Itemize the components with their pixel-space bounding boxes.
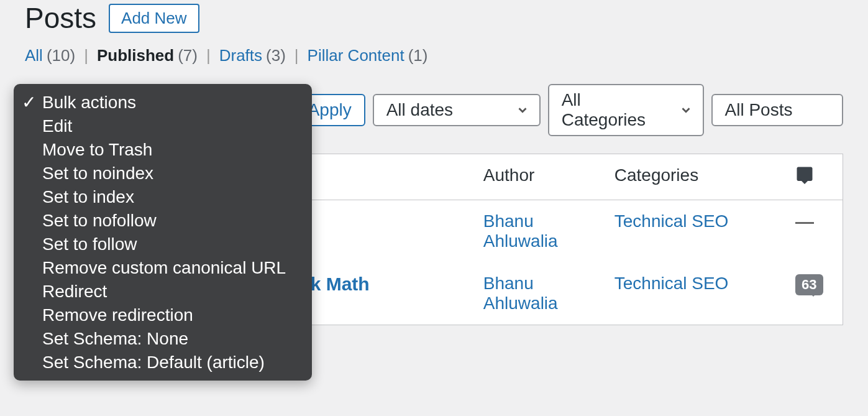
column-categories[interactable]: Categories: [606, 154, 787, 200]
column-author[interactable]: Author: [475, 154, 606, 200]
bulk-action-bulk-actions[interactable]: ✓ Bulk actions: [14, 90, 312, 114]
bulk-action-set-follow[interactable]: Set to follow: [14, 233, 312, 256]
bulk-action-label: Set Schema: None: [42, 329, 188, 349]
bulk-action-label: Move to Trash: [42, 140, 152, 160]
column-comments[interactable]: [787, 154, 843, 200]
filter-pillar[interactable]: Pillar Content: [308, 46, 404, 65]
chevron-down-icon: [516, 103, 529, 117]
filter-all[interactable]: All: [25, 46, 43, 65]
filter-separator: |: [206, 46, 211, 65]
bulk-action-schema-none[interactable]: Set Schema: None: [14, 327, 312, 351]
filter-published-count: (7): [178, 46, 198, 65]
bulk-action-label: Redirect: [42, 282, 107, 302]
bulk-action-label: Remove redirection: [42, 305, 193, 325]
bulk-action-set-nofollow[interactable]: Set to nofollow: [14, 209, 312, 233]
categories-filter-select[interactable]: All Categories: [548, 84, 704, 136]
dates-filter-label: All dates: [386, 100, 453, 120]
bulk-action-label: Bulk actions: [42, 93, 136, 113]
filter-separator: |: [295, 46, 299, 65]
filter-drafts[interactable]: Drafts: [219, 46, 262, 65]
bulk-action-label: Set to nofollow: [42, 211, 157, 231]
bulk-action-edit[interactable]: Edit: [14, 114, 312, 138]
bulk-action-move-to-trash[interactable]: Move to Trash: [14, 138, 312, 162]
category-link[interactable]: Technical SEO: [614, 211, 729, 231]
bulk-action-label: Remove custom canonical URL: [42, 258, 286, 278]
categories-filter-label: All Categories: [562, 90, 660, 130]
category-link[interactable]: Technical SEO: [614, 274, 729, 293]
bulk-action-label: Set to noindex: [42, 164, 153, 183]
posts-filter-select[interactable]: All Posts: [711, 94, 843, 126]
status-filter-links: All (10) | Published (7) | Drafts (3) | …: [25, 46, 843, 65]
comments-count-bubble[interactable]: 63: [795, 274, 823, 295]
posts-filter-label: All Posts: [725, 100, 793, 120]
filter-drafts-count: (3): [266, 46, 286, 65]
bulk-action-schema-default[interactable]: Set Schema: Default (article): [14, 351, 312, 374]
bulk-action-set-noindex[interactable]: Set to noindex: [14, 162, 312, 185]
chevron-down-icon: [679, 103, 693, 117]
filter-all-count: (10): [47, 46, 75, 65]
bulk-action-remove-redirection[interactable]: Remove redirection: [14, 303, 312, 327]
bulk-action-label: Set to follow: [42, 234, 137, 254]
bulk-action-set-index[interactable]: Set to index: [14, 185, 312, 209]
check-icon: ✓: [21, 92, 36, 113]
filter-published[interactable]: Published: [97, 46, 174, 65]
bulk-action-label: Set Schema: Default (article): [42, 353, 265, 372]
bulk-action-label: Set to index: [42, 187, 134, 207]
comment-icon: [795, 165, 814, 184]
dates-filter-select[interactable]: All dates: [373, 94, 541, 126]
page-title: Posts: [25, 1, 96, 35]
filter-separator: |: [84, 46, 88, 65]
bulk-action-remove-canonical[interactable]: Remove custom canonical URL: [14, 256, 312, 280]
filter-pillar-count: (1): [408, 46, 428, 65]
add-new-button[interactable]: Add New: [109, 4, 199, 33]
bulk-action-label: Edit: [42, 116, 72, 136]
author-link[interactable]: Bhanu Ahluwalia: [483, 211, 558, 251]
comments-count: —: [795, 211, 814, 232]
bulk-action-redirect[interactable]: Redirect: [14, 280, 312, 303]
bulk-actions-dropdown: ✓ Bulk actions Edit Move to Trash Set to…: [14, 84, 312, 381]
author-link[interactable]: Bhanu Ahluwalia: [483, 274, 558, 313]
